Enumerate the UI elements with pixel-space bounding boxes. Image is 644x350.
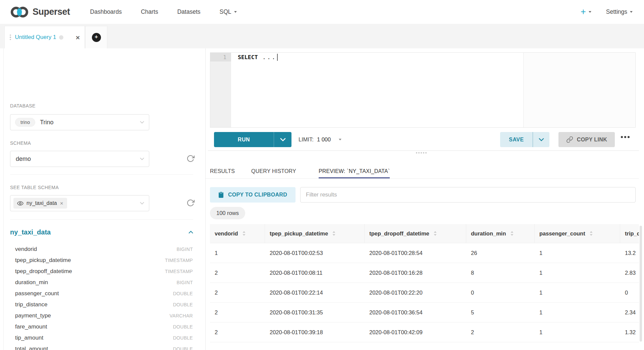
table-row: 2 2020-08-01T00:39:18 2020-08-01T00:42:0… (210, 322, 639, 342)
close-tab-icon[interactable]: × (76, 34, 80, 41)
results-table: vendorid tpep_pickup_datetime tpep_dropo… (210, 224, 639, 342)
tab-preview[interactable]: PREVIEW: `NY_TAXI_DATA` (319, 164, 390, 178)
code-area[interactable]: SELECT ... (231, 53, 635, 127)
chevron-down-icon (140, 158, 144, 160)
sidebar-left-border (3, 48, 4, 350)
tab-query-history[interactable]: QUERY HISTORY (251, 164, 296, 178)
copy-to-clipboard-button[interactable]: COPY TO CLIPBOARD (210, 187, 296, 203)
table-row: 2 2020-08-01T00:22:14 2020-08-01T00:22:2… (210, 283, 639, 303)
table-row: 1 2020-08-01T00:02:53 2020-08-01T00:28:5… (210, 243, 639, 263)
run-button[interactable]: RUN (214, 132, 274, 147)
remove-table-icon[interactable]: × (60, 201, 63, 206)
column-header-pickup[interactable]: tpep_pickup_datetime (265, 224, 365, 243)
refresh-schema-icon[interactable] (186, 155, 195, 163)
sql-lab-sidebar: DATABASE trino Trino SCHEMA demo SEE TAB… (0, 48, 206, 350)
sort-icon (511, 231, 514, 236)
add-tab-button[interactable]: + (92, 33, 101, 42)
brand-name: Superset (33, 7, 70, 17)
schema-column-row: trip_distanceDOUBLE (15, 299, 193, 310)
unsaved-indicator (59, 35, 63, 40)
column-header-trip-distance[interactable]: trip_d (620, 224, 639, 243)
filter-results-input[interactable] (300, 187, 636, 203)
sort-icon (243, 231, 246, 236)
table-select[interactable]: ny_taxi_data × (10, 195, 149, 211)
sort-icon (434, 231, 437, 236)
table-row: 2 2020-08-01T00:08:11 2020-08-01T00:16:2… (210, 263, 639, 283)
superset-infinity-icon (10, 6, 29, 18)
results-tab-bar: RESULTS QUERY HISTORY PREVIEW: `NY_TAXI_… (210, 164, 390, 178)
nav-sql-menu[interactable]: SQL (220, 8, 237, 15)
database-value: Trino (40, 119, 53, 126)
row-count-badge: 100 rows (210, 207, 245, 219)
schema-column-row: payment_typeVARCHAR (15, 310, 193, 321)
save-button[interactable]: SAVE (500, 132, 533, 147)
chevron-down-icon (140, 121, 144, 124)
limit-value: 1 000 (317, 136, 331, 143)
table-schema-title[interactable]: ny_taxi_data (10, 228, 51, 236)
settings-menu[interactable]: Settings (606, 8, 633, 15)
selected-table-name: ny_taxi_data (26, 200, 57, 206)
sql-toolbar: RUN LIMIT: 1 000 SAVE COPY LINK (206, 132, 640, 147)
chevron-down-icon (630, 11, 633, 13)
schema-column-row: tip_amountDOUBLE (15, 332, 193, 343)
column-header-dropoff[interactable]: tpep_dropoff_datetime (365, 224, 466, 243)
link-icon (566, 136, 573, 143)
add-tab-area: + (85, 26, 107, 48)
tab-results[interactable]: RESULTS (210, 164, 235, 178)
schema-column-list: vendoridBIGINT tpep_pickup_datetimeTIMES… (15, 244, 193, 350)
top-navigation-bar: Superset Dashboards Charts Datasets SQL … (0, 0, 644, 24)
run-options-button[interactable] (274, 132, 291, 147)
text-cursor (277, 54, 278, 61)
table-schema-label: SEE TABLE SCHEMA (10, 185, 59, 190)
schema-column-row: total_amountDOUBLE (15, 343, 193, 350)
save-options-button[interactable] (533, 132, 549, 147)
schema-value: demo (16, 156, 31, 163)
table-row: 2 2020-08-01T00:31:35 2020-08-01T00:36:5… (210, 303, 639, 322)
column-header-duration[interactable]: duration_min (466, 224, 535, 243)
eye-icon (17, 201, 23, 206)
nav-datasets[interactable]: Datasets (177, 8, 200, 15)
sql-keyword: SELECT (238, 54, 258, 60)
selected-table-chip[interactable]: ny_taxi_data × (13, 198, 67, 209)
divider (10, 219, 193, 220)
schema-column-row: tpep_pickup_datetimeTIMESTAMP (15, 255, 193, 266)
schema-column-row: vendoridBIGINT (15, 244, 193, 255)
database-select[interactable]: trino Trino (10, 114, 149, 130)
save-button-group: SAVE (500, 132, 549, 147)
clipboard-icon (218, 191, 224, 198)
schema-column-row: duration_minBIGINT (15, 277, 193, 288)
column-header-vendorid[interactable]: vendorid (210, 224, 265, 243)
line-number: 1 (210, 53, 231, 61)
query-tab[interactable]: Untitled Query 1 × (4, 26, 85, 48)
query-tab-strip: Untitled Query 1 × + (0, 24, 644, 48)
drag-handle-icon[interactable] (10, 35, 11, 40)
divider (10, 174, 193, 175)
schema-select[interactable]: demo (10, 151, 149, 167)
table-scrollbar[interactable] (640, 226, 642, 342)
nav-dashboards[interactable]: Dashboards (90, 8, 122, 15)
run-button-group: RUN (214, 132, 291, 147)
pane-resize-handle[interactable] (416, 152, 427, 154)
limit-dropdown[interactable]: LIMIT: 1 000 (299, 132, 341, 147)
main-nav: Dashboards Charts Datasets SQL (90, 8, 237, 15)
new-item-menu[interactable]: + (581, 7, 591, 16)
copy-link-button[interactable]: COPY LINK (558, 132, 615, 147)
chevron-down-icon (339, 139, 341, 140)
sql-text: ... (263, 54, 277, 60)
sort-icon (590, 231, 593, 236)
database-type-badge: trino (15, 118, 35, 127)
limit-label: LIMIT: (299, 136, 314, 143)
superset-logo[interactable]: Superset (10, 6, 70, 18)
sort-icon (332, 231, 335, 236)
refresh-table-schema-icon[interactable] (186, 199, 195, 208)
schema-column-row: tpep_dropoff_datetimeTIMESTAMP (15, 266, 193, 277)
chevron-up-icon[interactable] (189, 231, 193, 234)
editor-gutter: 1 (210, 53, 231, 127)
more-options-button[interactable] (621, 136, 630, 138)
schema-column-row: fare_amountDOUBLE (15, 321, 193, 332)
sql-editor-pane: 1 SELECT ... RUN LIMIT: 1 000 SAVE (206, 48, 644, 350)
nav-charts[interactable]: Charts (141, 8, 158, 15)
column-header-passenger[interactable]: passenger_count (535, 224, 620, 243)
sql-code-editor[interactable]: 1 SELECT ... (210, 52, 636, 128)
schema-label: SCHEMA (10, 140, 31, 146)
